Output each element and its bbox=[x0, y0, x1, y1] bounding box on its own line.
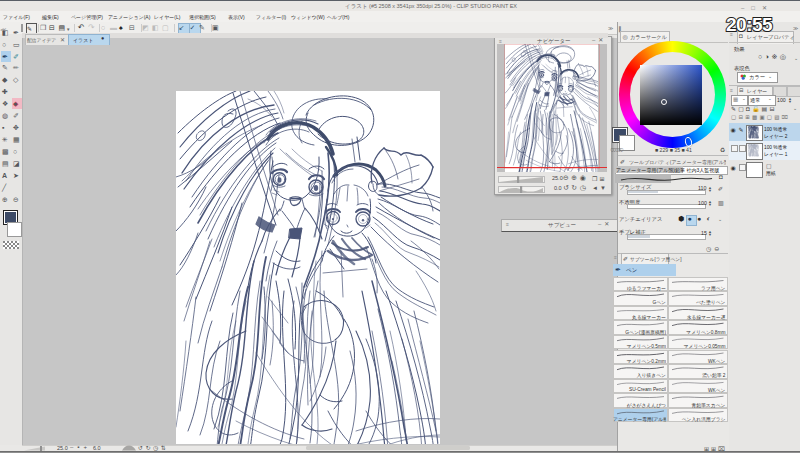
svg-text:20:55: 20:55 bbox=[726, 14, 773, 35]
